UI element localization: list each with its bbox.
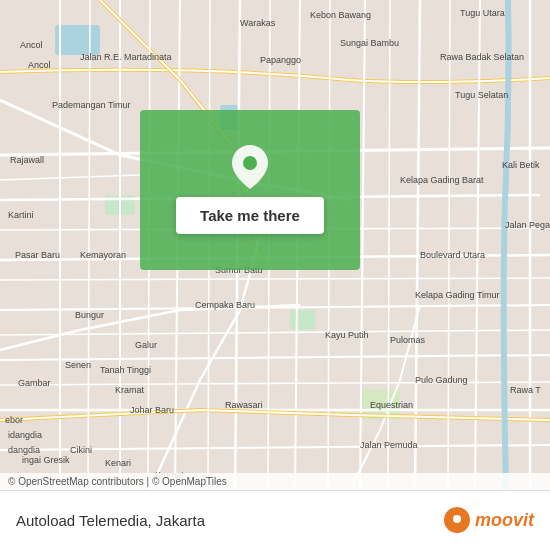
svg-rect-1 [55,25,100,55]
app-title: Autoload Telemedia, Jakarta [16,512,205,529]
map-container: Kebon BawangWarakasTugu UtaraAncolAncolJ… [0,0,550,490]
bottom-bar: Autoload Telemedia, Jakarta moovit [0,490,550,550]
moovit-logo: moovit [443,507,534,535]
svg-rect-4 [290,310,315,330]
map-attribution: © OpenStreetMap contributors | © OpenMap… [0,473,550,490]
location-pin-icon [230,147,270,187]
svg-point-36 [453,515,461,523]
highlight-box: Take me there [140,110,360,270]
moovit-text: moovit [475,510,534,531]
take-me-there-button[interactable]: Take me there [176,197,324,234]
moovit-icon [443,507,471,535]
svg-point-34 [243,156,257,170]
